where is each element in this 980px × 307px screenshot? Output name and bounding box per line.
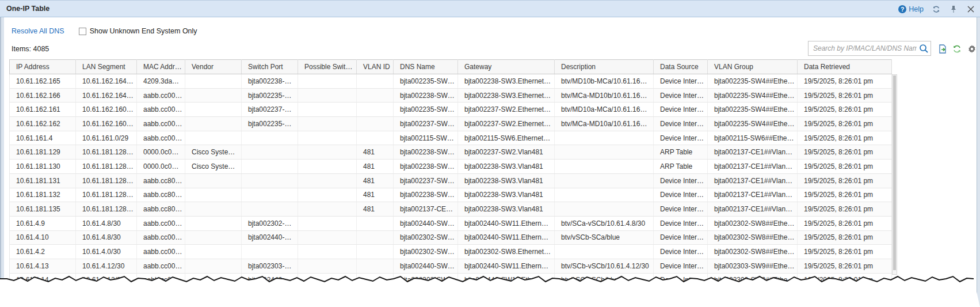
cell-data-source: Device Interface xyxy=(654,74,708,89)
cell-description xyxy=(555,145,654,160)
cell-lan-segment: 10.61.181.128/26 xyxy=(76,202,137,217)
cell-data-retrieved: 19/5/2025, 8:26:01 pm xyxy=(798,230,892,245)
cell-vendor xyxy=(185,117,242,131)
cell-vendor xyxy=(185,103,242,117)
column-header-data-source[interactable]: Data Source xyxy=(654,60,708,74)
cell-dns-name: bjta002115-SW6.Eth... xyxy=(394,131,458,145)
cell-switch-port xyxy=(242,173,298,188)
cell-vendor xyxy=(185,202,242,217)
table-row[interactable]: 10.61.181.13110.61.181.128/26aabb.cc80.0… xyxy=(10,173,892,188)
cell-ip-address: 10.61.162.161 xyxy=(10,103,76,117)
table-row[interactable]: 10.61.162.16510.61.162.164/304209.3da2.a… xyxy=(10,74,892,89)
search-input[interactable] xyxy=(809,44,917,52)
cell-data-source: Device Interface xyxy=(654,131,708,145)
cell-description: btv/MCa-MD10a/10.61.162.160/30... xyxy=(555,117,654,131)
cell-data-retrieved: 19/5/2025, 8:26:01 pm xyxy=(798,245,892,259)
cell-vlan-id xyxy=(357,103,394,117)
cell-mac-address: 0000.0c07.ac02 xyxy=(137,160,185,174)
cell-vlan-id xyxy=(357,74,394,89)
scrollbar-thumb[interactable] xyxy=(893,75,896,270)
cell-vlan-group: bjta002235-SW4##Ethernet1/3 xyxy=(708,74,798,89)
cell-description: btv/SCa-vSCb/10.61.4.8/30 xyxy=(555,216,654,230)
cell-mac-address: aabb.cc00.0621 xyxy=(137,131,185,145)
vertical-scrollbar[interactable] xyxy=(892,74,897,275)
cell-data-source: Device Interface xyxy=(654,202,708,217)
table-row[interactable]: 10.61.4.1010.61.4.8/30aabb.cc00.0831bjta… xyxy=(10,230,892,245)
help-button[interactable]: ? Help xyxy=(898,5,924,13)
cell-possible-switch-po xyxy=(298,160,357,174)
close-icon[interactable] xyxy=(966,5,975,14)
cell-switch-port: bjta002303-SW9.E... xyxy=(242,259,298,273)
cell-dns-name: bjta002238-SW3.Eth... xyxy=(394,88,458,103)
refresh-icon[interactable] xyxy=(932,5,941,14)
cell-vlan-group: bjta002115-SW6##Ethernet1/2 xyxy=(708,131,798,145)
cell-switch-port xyxy=(242,145,298,160)
cell-vendor: Cisco Systems, Inc xyxy=(185,160,242,174)
cell-vendor xyxy=(185,259,242,273)
cell-gateway: bjta002237-SW2.Ethernet1/2 xyxy=(458,103,555,117)
search-icon[interactable] xyxy=(917,41,931,55)
table-row[interactable]: 10.61.161.410.61.161.0/29aabb.cc00.0621b… xyxy=(10,131,892,145)
cell-data-source: Device Interface xyxy=(654,216,708,230)
cell-switch-port: bjta002302-SW8.E... xyxy=(242,216,298,230)
column-header-vlan-id[interactable]: VLAN ID xyxy=(357,60,394,74)
cell-gateway: bjta002237-SW2.Ethernet1/2 xyxy=(458,117,555,131)
table-row[interactable]: 10.61.181.13210.61.181.128/26aabb.cc80.0… xyxy=(10,188,892,202)
cell-data-retrieved: 19/5/2025, 8:26:01 pm xyxy=(798,188,892,202)
cell-gateway: bjta002238-SW3.Vlan481 xyxy=(458,160,555,174)
cell-vlan-group: bjta002303-SW9##Ethernet1/1 xyxy=(708,259,798,273)
column-header-dns-name[interactable]: DNS Name xyxy=(394,60,458,74)
column-header-data-retrieved[interactable]: Data Retrieved xyxy=(798,60,892,74)
cell-lan-segment: 10.61.181.128/26 xyxy=(76,160,137,174)
resolve-all-dns-link[interactable]: Resolve All DNS xyxy=(12,27,64,35)
column-header-switch-port[interactable]: Switch Port xyxy=(242,60,298,74)
cell-gateway: bjta002238-SW3.Ethernet1/3 xyxy=(458,88,555,103)
cell-data-source: Device Interface xyxy=(654,273,708,287)
cell-gateway: bjta002238-SW3.Ethernet1/3 xyxy=(458,74,555,89)
table-row[interactable]: 10.61.4.1310.61.4.12/30aabb.cc00.0b11bjt… xyxy=(10,259,892,273)
pin-icon[interactable] xyxy=(949,5,958,14)
show-unknown-checkbox[interactable] xyxy=(79,28,86,35)
cell-vlan-id xyxy=(357,273,394,287)
cell-switch-port: bjta002235-SW4.E... xyxy=(242,88,298,103)
cell-data-source: ARP Table xyxy=(654,160,708,174)
cell-description: btv/MD10a-MCa/10.61.162.160/30... xyxy=(555,103,654,117)
cell-mac-address: aabb.cc00.0421 xyxy=(137,103,185,117)
cell-dns-name: bjta002238-SW3.Vla... xyxy=(394,188,458,202)
column-header-lan-segment[interactable]: LAN Segment xyxy=(76,60,137,74)
cell-vendor xyxy=(185,173,242,188)
table-row[interactable]: 10.61.4.210.61.4.0/30aabb.cc00.0811bjta0… xyxy=(10,245,892,259)
items-count: Items: 4085 xyxy=(12,45,49,53)
column-header-description[interactable]: Description xyxy=(555,60,654,74)
table-row[interactable]: 10.61.181.12910.61.181.128/260000.0c07.a… xyxy=(10,145,892,160)
cell-vlan-id: 481 xyxy=(357,202,394,217)
table-row[interactable]: 10.61.4.1410.61.4.12/30aabb.cc00.0911bjt… xyxy=(10,273,892,287)
column-header-vendor[interactable]: Vendor xyxy=(185,60,242,74)
gear-icon[interactable] xyxy=(967,44,977,54)
show-unknown-label: Show Unknown End System Only xyxy=(90,27,197,35)
column-header-ip-address[interactable]: IP Address xyxy=(10,60,76,74)
column-header-possible-switch-po[interactable]: Possible Switch Po... xyxy=(298,60,357,74)
cell-lan-segment: 10.61.4.0/30 xyxy=(76,245,137,259)
cell-ip-address: 10.61.162.162 xyxy=(10,117,76,131)
cell-description xyxy=(555,131,654,145)
window-right-border xyxy=(977,17,980,307)
table-row[interactable]: 10.61.181.13010.61.181.128/260000.0c07.a… xyxy=(10,160,892,174)
table-row[interactable]: 10.61.162.16210.61.162.160/30aabb.cc00.0… xyxy=(10,117,892,131)
cell-mac-address: 4209.3da2.a500 xyxy=(137,74,185,89)
cell-vlan-group: bjta002302-SW8##Ethernet1/3 xyxy=(708,230,798,245)
column-header-gateway[interactable]: Gateway xyxy=(458,60,555,74)
table-row[interactable]: 10.61.162.16610.61.162.164/30aabb.cc00.0… xyxy=(10,88,892,103)
cell-data-retrieved: 19/5/2025, 8:26:01 pm xyxy=(798,216,892,230)
export-icon[interactable] xyxy=(937,44,948,54)
cell-data-source: Device Interface xyxy=(654,230,708,245)
table-row[interactable]: 10.61.162.16110.61.162.160/30aabb.cc00.0… xyxy=(10,103,892,117)
cell-data-source: Device Interface xyxy=(654,117,708,131)
table-refresh-icon[interactable] xyxy=(952,44,962,54)
search-box xyxy=(808,41,931,56)
table-row[interactable]: 10.61.4.910.61.4.8/30aabb.cc00.0b31bjta0… xyxy=(10,216,892,230)
cell-vlan-group: bjta002137-CE1##Vlan481 xyxy=(708,145,798,160)
column-header-vlan-group[interactable]: VLAN Group xyxy=(708,60,798,74)
column-header-mac-address[interactable]: MAC Address xyxy=(137,60,185,74)
table-row[interactable]: 10.61.181.13510.61.181.128/26aabb.cc80.0… xyxy=(10,202,892,217)
